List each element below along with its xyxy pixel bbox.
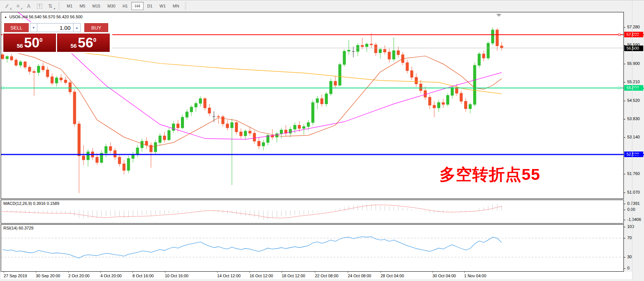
timeframe-m5-button[interactable]: M5: [76, 2, 88, 10]
candle-body: [105, 147, 107, 153]
buy-button[interactable]: BUY: [84, 23, 108, 32]
toolbar: ∕∕E≡FAT⇅▾ M1M5M15M30H1H4D1W1MN: [0, 0, 644, 12]
chart-annotation-text: 多空转折点55: [440, 164, 540, 185]
axis-tick-mark: [624, 227, 625, 227]
candle-body: [253, 133, 256, 141]
price-axis[interactable]: 57.28056.59055.90055.21054.52053.83053.1…: [624, 0, 644, 281]
candle-body: [460, 93, 463, 101]
candle-body: [28, 67, 31, 71]
collapse-panel-icon[interactable]: ▲: [4, 15, 7, 19]
axis-tick-mark: [624, 210, 625, 210]
tool-text-label-icon[interactable]: T: [35, 2, 44, 10]
drawing-tools-group: ∕∕E≡FAT⇅▾: [2, 2, 56, 10]
rsi-chart[interactable]: [1, 225, 623, 271]
candle-body: [307, 122, 310, 127]
candle-body: [375, 45, 377, 53]
candle-body: [482, 54, 485, 58]
candle-body: [24, 62, 26, 67]
rsi-tick-label: 0: [627, 266, 629, 270]
candle-body: [410, 71, 413, 77]
volume-input[interactable]: [37, 23, 73, 32]
level-line-stub: [633, 154, 644, 155]
date-label: 28 Oct 04:00: [381, 274, 404, 278]
candle-body: [176, 124, 179, 128]
tool-text-icon[interactable]: A: [24, 2, 34, 10]
chart-shift-marker-icon[interactable]: [496, 14, 501, 17]
timeframe-m15-button[interactable]: M15: [89, 2, 104, 10]
candle-body: [168, 131, 170, 140]
candle-body: [262, 143, 265, 146]
timeframe-m30-button[interactable]: M30: [104, 2, 119, 10]
candle-body: [78, 124, 80, 156]
candle-body: [118, 157, 121, 164]
macd-tick-label: -1.0406: [627, 217, 641, 222]
candle-body: [500, 46, 503, 48]
date-label: 22 Oct 08:00: [315, 274, 338, 278]
tool-fibonacci-retracement-icon[interactable]: ≡F: [13, 2, 23, 10]
candle-body: [415, 77, 418, 84]
candle-body: [199, 99, 202, 103]
candle-body: [96, 157, 99, 162]
sell-price-display[interactable]: 56 50 0: [3, 34, 56, 52]
fibonacci-retracement-glyph: ≡: [16, 3, 19, 9]
axis-tick-mark: [624, 174, 625, 174]
buy-price-display[interactable]: 56 56 0: [57, 34, 110, 52]
candle-body: [1, 54, 4, 59]
candle-body: [338, 65, 341, 85]
candle-body: [465, 101, 467, 109]
candle-body: [473, 65, 476, 104]
axis-tick-mark: [624, 268, 625, 269]
date-tick-mark: [217, 272, 218, 273]
timeframe-h4-button[interactable]: H4: [131, 2, 143, 10]
candle-body: [181, 117, 184, 128]
equidistant-channel-sub: E: [10, 7, 12, 10]
volume-decrease-button[interactable]: ▼: [30, 23, 37, 32]
hline-handle: [618, 34, 620, 35]
macd-indicator-panel: MACD(12,26,9) 0.3916 0.1589: [1, 200, 624, 224]
candle-body: [321, 99, 323, 104]
date-label: 14 Oct 12:00: [217, 274, 241, 278]
candle-body: [231, 122, 233, 128]
timeframe-m1-button[interactable]: M1: [63, 2, 76, 10]
macd-chart[interactable]: [1, 200, 623, 223]
candle-body: [433, 105, 435, 108]
candle-body: [64, 80, 67, 82]
sell-button[interactable]: SELL: [4, 23, 29, 32]
candle-body: [37, 66, 40, 72]
candle-body: [257, 141, 260, 146]
candle-body: [424, 91, 426, 97]
candle-body: [190, 107, 193, 112]
date-label: 24 Oct 08:00: [348, 274, 371, 278]
equidistant-channel-glyph: ∕∕: [6, 3, 8, 9]
timeframe-w1-button[interactable]: W1: [156, 2, 169, 10]
candle-body: [442, 103, 444, 104]
date-label: 1 Nov 04:00: [464, 274, 486, 278]
level-line-stub: [633, 88, 644, 89]
candle-body: [491, 30, 494, 43]
date-tick-mark: [432, 272, 433, 273]
axis-tick-mark: [624, 82, 625, 82]
candle-body: [356, 46, 359, 51]
axis-tick-mark: [624, 64, 625, 64]
timeframe-d1-button[interactable]: D1: [144, 2, 156, 10]
candle-body: [6, 56, 9, 59]
date-axis[interactable]: 27 Sep 201930 Sep 20:002 Oct 20:004 Oct …: [1, 272, 632, 279]
date-label: 4 Oct 20:00: [100, 274, 122, 278]
tool-equidistant-channel-icon[interactable]: ∕∕E: [2, 2, 12, 10]
candle-body: [19, 62, 22, 65]
candle-body: [361, 46, 364, 47]
price-tick-label: 53.830: [627, 116, 640, 121]
volume-increase-button[interactable]: ▲: [73, 23, 81, 32]
tool-arrow-tools-icon[interactable]: ⇅▾: [46, 2, 55, 10]
candle-body: [204, 99, 206, 108]
axis-tick-mark: [624, 238, 625, 238]
timeframe-mn-button[interactable]: MN: [169, 2, 182, 10]
candle-body: [334, 81, 337, 85]
chart-header: ▲ USOil-,H4 56.540 56.570 56.420 56.500: [4, 15, 82, 19]
price-tick-label: 55.900: [627, 61, 640, 66]
candle-body: [388, 52, 391, 59]
candle-body: [145, 141, 148, 145]
timeframe-h1-button[interactable]: H1: [119, 2, 131, 10]
date-label: 2 Oct 20:00: [68, 274, 90, 278]
axis-tick-mark: [624, 204, 625, 204]
